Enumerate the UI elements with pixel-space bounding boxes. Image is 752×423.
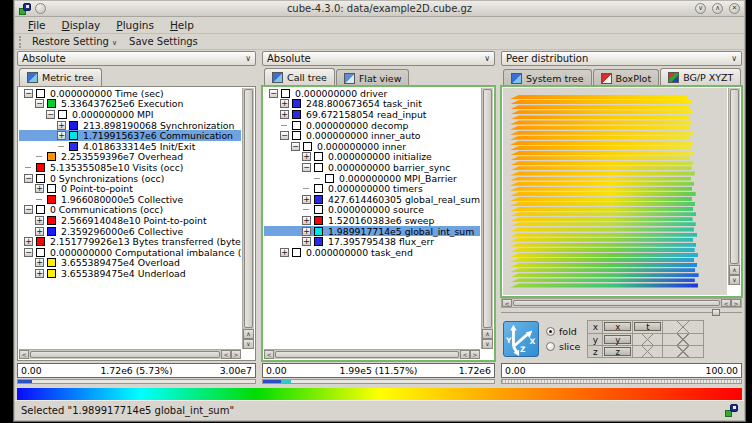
tree-item-timers[interactable]: 0.000000000 timers <box>264 183 480 194</box>
topology-zoom-slider[interactable] <box>501 308 742 317</box>
tree-item-driver[interactable]: −0.000000000 driver <box>264 88 480 99</box>
tree-item-synchronization[interactable]: +213.898190068 Synchronization <box>19 120 241 131</box>
topology-layer[interactable] <box>510 100 691 104</box>
scroll-left-button[interactable] <box>721 299 731 307</box>
expand-icon[interactable]: + <box>280 110 289 119</box>
topology-layer[interactable] <box>510 95 688 99</box>
scroll-down-button[interactable] <box>729 275 740 285</box>
tab-bg-p-xyzt[interactable]: BG/P XYZT <box>660 68 741 86</box>
tree-item-computational-imbalance-sec[interactable]: −0.000000000 Computational imbalance (se… <box>19 247 241 258</box>
scroll-left-button[interactable] <box>264 350 274 359</box>
menu-display[interactable]: Display <box>55 18 108 32</box>
expand-icon[interactable]: + <box>57 131 66 140</box>
topology-layer[interactable] <box>510 268 695 272</box>
tab-system-tree[interactable]: System tree <box>503 69 592 86</box>
scroll-right-button[interactable] <box>731 299 741 307</box>
topology-layer[interactable] <box>510 212 696 216</box>
topology-layer[interactable] <box>510 120 692 124</box>
dim-button-z[interactable]: z <box>604 347 631 356</box>
call-value-mode-select[interactable]: Absolute <box>262 51 495 66</box>
topology-layer[interactable] <box>510 258 694 262</box>
tree-item-point-to-point[interactable]: +2.566914048e10 Point-to-point <box>19 215 241 226</box>
collapse-icon[interactable]: − <box>269 89 278 98</box>
scroll-left-button[interactable] <box>502 299 512 307</box>
tree-item-collective[interactable]: 1.966080000e5 Collective <box>19 194 241 205</box>
scroll-up-button[interactable] <box>729 265 740 275</box>
tree-item-communications-occ[interactable]: −0 Communications (occ) <box>19 205 241 216</box>
scrollbar-thumb[interactable] <box>730 89 739 264</box>
expand-icon[interactable]: + <box>280 99 289 108</box>
expand-icon[interactable]: + <box>35 258 44 267</box>
tree-item-collective[interactable]: +2.359296000e6 Collective <box>19 226 241 237</box>
tree-item-overhead[interactable]: 2.253559396e7 Overhead <box>19 152 241 163</box>
collapse-icon[interactable]: − <box>280 131 289 140</box>
topology-layer[interactable] <box>510 207 693 211</box>
expand-icon[interactable]: + <box>35 269 44 278</box>
tree-item-global-real-sum[interactable]: +427.614460305 global_real_sum <box>264 194 480 205</box>
collapse-icon[interactable]: − <box>24 248 33 257</box>
call-horizontal-scrollbar[interactable] <box>264 349 480 359</box>
expand-icon[interactable]: + <box>35 216 44 225</box>
scrollbar-thumb[interactable] <box>483 89 492 328</box>
menu-file[interactable]: File <box>21 18 53 32</box>
window-menu-button[interactable] <box>35 3 46 14</box>
scrollbar-thumb[interactable] <box>513 300 720 306</box>
collapse-icon[interactable]: − <box>35 99 44 108</box>
metric-value-mode-select[interactable]: Absolute <box>17 51 256 66</box>
menu-plugins[interactable]: Plugins <box>109 18 161 32</box>
tree-item-time-sec[interactable]: −0.000000000 Time (sec) <box>19 88 241 99</box>
tree-item-communication[interactable]: +1.719915637e6 Communication <box>19 130 241 141</box>
topology-layer[interactable] <box>510 110 693 114</box>
topology-layer[interactable] <box>510 115 689 119</box>
topology-layer[interactable] <box>510 283 698 287</box>
topology-layer[interactable] <box>510 187 692 191</box>
scroll-left-button[interactable] <box>221 350 231 359</box>
tree-item-flux-err[interactable]: +17.395795438 flux_err <box>264 236 480 247</box>
scroll-up-button[interactable] <box>243 329 254 339</box>
tree-item-task-init[interactable]: +248.800673654 task_init <box>264 99 480 110</box>
tab-flat-view[interactable]: Flat view <box>336 69 410 86</box>
topology-layer[interactable] <box>510 222 696 226</box>
topology-layer[interactable] <box>510 156 690 160</box>
scroll-left-button[interactable] <box>460 350 470 359</box>
expand-icon[interactable]: + <box>35 184 44 193</box>
topology-vertical-scrollbar[interactable] <box>728 88 740 285</box>
scrollbar-thumb[interactable] <box>244 89 253 328</box>
minimize-button[interactable] <box>695 3 706 14</box>
tree-item-mpi-barrier[interactable]: 0.000000000 MPI_Barrier <box>264 173 480 184</box>
tree-item-underload[interactable]: +3.655389475e4 Underload <box>19 268 241 279</box>
tree-item-overload[interactable]: +3.655389475e4 Overload <box>19 258 241 269</box>
menu-help[interactable]: Help <box>163 18 201 32</box>
topology-layer[interactable] <box>510 202 695 206</box>
topology-horizontal-scrollbar[interactable] <box>501 298 742 308</box>
tree-item-read-input[interactable]: +69.672158054 read_input <box>264 109 480 120</box>
expand-icon[interactable]: + <box>57 121 66 130</box>
topology-layer[interactable] <box>510 233 697 237</box>
topology-layer[interactable] <box>510 171 695 175</box>
dim-button-y[interactable]: y <box>604 335 631 344</box>
collapse-icon[interactable]: − <box>24 174 33 183</box>
topology-layer[interactable] <box>510 126 690 130</box>
tree-item-visits-occ[interactable]: 5.135355085e10 Visits (occ) <box>19 162 241 173</box>
tree-item-sweep[interactable]: +1.520160383e6 sweep <box>264 215 480 226</box>
expand-icon[interactable]: + <box>302 216 311 225</box>
tree-item-inner-auto[interactable]: −0.000000000 inner_auto <box>264 130 480 141</box>
topology-layer[interactable] <box>510 273 699 277</box>
collapse-icon[interactable]: − <box>24 89 33 98</box>
expand-icon[interactable]: + <box>302 227 311 236</box>
scroll-down-button[interactable] <box>482 339 493 349</box>
dim-button-t[interactable]: t <box>634 322 661 331</box>
system-value-mode-select[interactable]: Peer distribution <box>501 51 742 66</box>
scroll-right-button[interactable] <box>231 350 241 359</box>
tab-call-tree[interactable]: Call tree <box>264 68 335 86</box>
expand-icon[interactable]: + <box>280 248 289 257</box>
close-button[interactable] <box>729 3 740 14</box>
topology-layer[interactable] <box>510 151 694 155</box>
slider-handle[interactable] <box>712 309 720 316</box>
collapse-icon[interactable]: − <box>46 110 55 119</box>
tree-item-init-exit[interactable]: 4.018633314e5 Init/Exit <box>19 141 241 152</box>
tree-item-execution[interactable]: −5.336437625e6 Execution <box>19 99 241 110</box>
tree-item-task-end[interactable]: +0.000000000 task_end <box>264 247 480 258</box>
topology-layer[interactable] <box>510 263 697 267</box>
scroll-down-button[interactable] <box>243 339 254 349</box>
